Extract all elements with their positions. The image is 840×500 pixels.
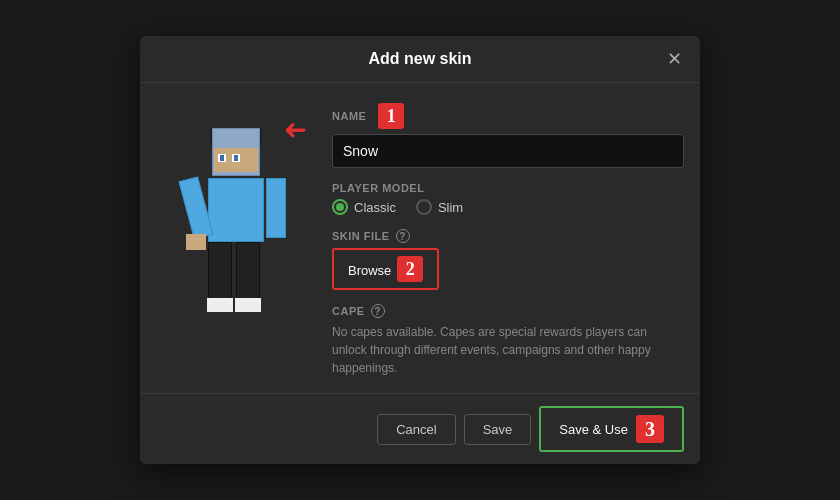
slim-label: Slim bbox=[438, 200, 463, 215]
slim-radio-dot[interactable] bbox=[416, 199, 432, 215]
dialog-header: Add new skin ✕ bbox=[140, 36, 700, 83]
skin-file-label: SKIN FILE ? bbox=[332, 229, 684, 243]
dialog-title: Add new skin bbox=[368, 50, 471, 68]
char-torso bbox=[208, 178, 264, 242]
char-shoe-left bbox=[207, 298, 233, 312]
name-input[interactable] bbox=[332, 134, 684, 168]
add-skin-dialog: Add new skin ✕ bbox=[140, 36, 700, 464]
cape-help-icon[interactable]: ? bbox=[371, 304, 385, 318]
cape-group: CAPE ? No capes available. Capes are spe… bbox=[332, 304, 684, 377]
browse-button[interactable]: Browse2 bbox=[332, 248, 439, 290]
char-pupil-left bbox=[220, 155, 224, 161]
char-shoe-right bbox=[235, 298, 261, 312]
char-leg-right bbox=[236, 242, 260, 302]
dialog-footer: Cancel Save Save & Use 3 bbox=[140, 393, 700, 464]
name-field-group: NAME 1 bbox=[332, 103, 684, 168]
player-model-label: PLAYER MODEL bbox=[332, 182, 684, 194]
model-radio-group: Classic Slim bbox=[332, 199, 684, 215]
skin-file-group: SKIN FILE ? Browse2 bbox=[332, 229, 684, 290]
classic-radio-dot[interactable] bbox=[332, 199, 348, 215]
classic-option[interactable]: Classic bbox=[332, 199, 396, 215]
save-use-button[interactable]: Save & Use 3 bbox=[539, 406, 684, 452]
name-label: NAME 1 bbox=[332, 103, 684, 129]
cancel-button[interactable]: Cancel bbox=[377, 414, 455, 445]
dialog-body: ➜ NAME 1 PLAYER MODEL Classic bbox=[140, 83, 700, 393]
skin-file-help-icon[interactable]: ? bbox=[396, 229, 410, 243]
form-area: ➜ NAME 1 PLAYER MODEL Classic bbox=[332, 99, 684, 377]
cape-label: CAPE ? bbox=[332, 304, 684, 318]
save-button[interactable]: Save bbox=[464, 414, 532, 445]
classic-label: Classic bbox=[354, 200, 396, 215]
char-hand-left bbox=[186, 234, 206, 250]
badge-1: 1 bbox=[378, 103, 404, 129]
cape-description: No capes available. Capes are special re… bbox=[332, 323, 652, 377]
arrow-indicator: ➜ bbox=[284, 113, 307, 146]
skin-character bbox=[176, 128, 296, 348]
badge-2: 2 bbox=[397, 256, 423, 282]
char-leg-left bbox=[208, 242, 232, 302]
slim-option[interactable]: Slim bbox=[416, 199, 463, 215]
player-model-group: PLAYER MODEL Classic Slim bbox=[332, 182, 684, 215]
close-button[interactable]: ✕ bbox=[662, 47, 686, 71]
char-arm-right bbox=[266, 178, 286, 238]
char-pupil-right bbox=[234, 155, 238, 161]
badge-3: 3 bbox=[636, 415, 664, 443]
